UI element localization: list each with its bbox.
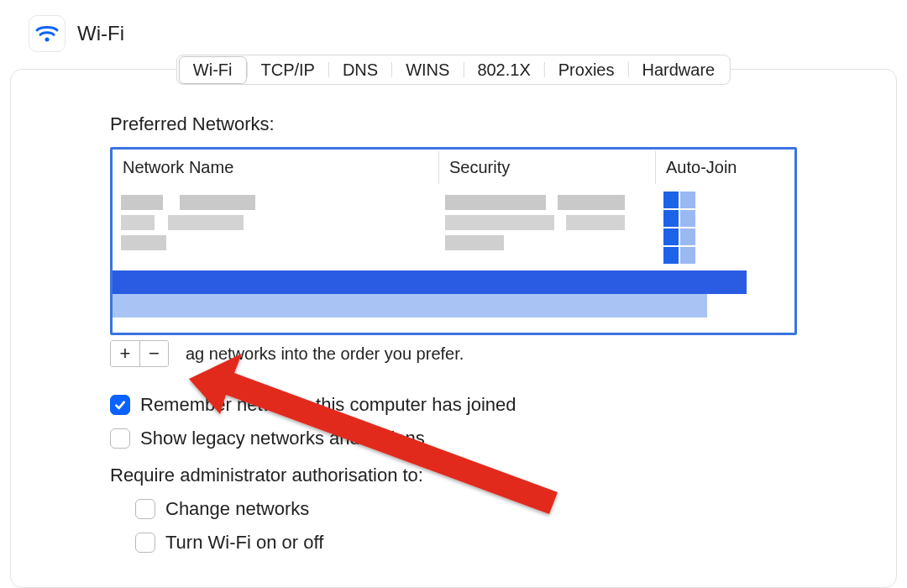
tab-wifi[interactable]: Wi-Fi xyxy=(179,56,247,84)
remember-networks-checkbox[interactable] xyxy=(110,395,130,415)
tab-proxies[interactable]: Proxies xyxy=(545,57,628,83)
table-toolbar: + − ag networks into the order you prefe… xyxy=(110,340,797,367)
column-header-auto-join[interactable]: Auto-Join xyxy=(655,151,794,184)
show-legacy-row[interactable]: Show legacy networks and options xyxy=(110,428,797,449)
tab-hardware[interactable]: Hardware xyxy=(628,57,728,83)
add-remove-group: + − xyxy=(110,340,169,367)
turn-wifi-label: Turn Wi-Fi on or off xyxy=(165,532,323,554)
drag-hint-text: ag networks into the order you prefer. xyxy=(186,344,464,364)
tab-8021x[interactable]: 802.1X xyxy=(464,57,543,83)
show-legacy-checkbox[interactable] xyxy=(110,428,130,449)
show-legacy-label: Show legacy networks and options xyxy=(140,428,425,449)
column-header-network-name[interactable]: Network Name xyxy=(113,151,438,184)
wifi-icon xyxy=(29,15,66,52)
require-admin-label: Require administrator authorisation to: xyxy=(110,465,797,486)
remember-networks-row[interactable]: Remember networks this computer has join… xyxy=(110,394,797,416)
change-networks-row[interactable]: Change networks xyxy=(110,498,797,520)
preferred-networks-label: Preferred Networks: xyxy=(110,113,797,135)
add-network-button[interactable]: + xyxy=(111,341,139,366)
remember-networks-label: Remember networks this computer has join… xyxy=(140,394,516,416)
change-networks-label: Change networks xyxy=(165,498,309,520)
turn-wifi-row[interactable]: Turn Wi-Fi on or off xyxy=(110,532,797,554)
column-header-security[interactable]: Security xyxy=(438,151,655,184)
options-group: Remember networks this computer has join… xyxy=(110,394,797,554)
table-row-selected[interactable] xyxy=(113,270,747,294)
page-title: Wi-Fi xyxy=(77,22,124,45)
window-body: Wi-Fi TCP/IP DNS WINS 802.1X Proxies Har… xyxy=(10,69,897,588)
turn-wifi-checkbox[interactable] xyxy=(135,533,155,553)
tab-wins[interactable]: WINS xyxy=(392,57,463,83)
tab-tcpip[interactable]: TCP/IP xyxy=(247,57,328,83)
tab-dns[interactable]: DNS xyxy=(329,57,391,83)
preferred-networks-table[interactable]: Network Name Security Auto-Join xyxy=(110,147,797,335)
svg-point-0 xyxy=(45,38,49,42)
table-body-redacted[interactable] xyxy=(113,185,794,333)
remove-network-button[interactable]: − xyxy=(139,341,168,366)
tab-bar: Wi-Fi TCP/IP DNS WINS 802.1X Proxies Har… xyxy=(176,55,731,85)
table-row[interactable] xyxy=(113,294,707,318)
table-header: Network Name Security Auto-Join xyxy=(113,150,794,185)
tab-content: Preferred Networks: Network Name Securit… xyxy=(11,70,896,554)
change-networks-checkbox[interactable] xyxy=(135,499,155,519)
